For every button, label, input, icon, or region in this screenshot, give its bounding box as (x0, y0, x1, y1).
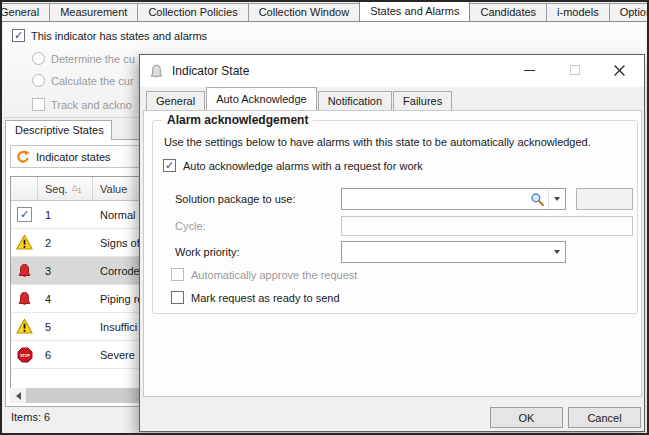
auto-approve-checkbox[interactable] (171, 268, 184, 281)
state-warning-icon (16, 234, 33, 251)
cycle-field[interactable] (341, 216, 633, 236)
main-tab-bar: General Measurement Collection Policies … (0, 2, 647, 22)
auto-acknowledge-checkbox[interactable]: ✓ (163, 159, 176, 172)
seq-column-header[interactable]: Seq. △1 (38, 177, 93, 200)
indicator-state-dialog: Indicator State General Auto Acknowledge… (139, 54, 645, 432)
seq-cell: 6 (38, 341, 93, 368)
indicator-state-icon (149, 64, 164, 79)
state-alarm-bell-icon (17, 263, 32, 279)
work-priority-label: Work priority: (175, 246, 240, 258)
solution-package-label: Solution package to use: (175, 193, 295, 205)
state-warning-icon (16, 318, 33, 335)
items-count: Items: 6 (11, 411, 50, 423)
mark-ready-label: Mark request as ready to send (191, 292, 340, 304)
seq-cell: 5 (38, 313, 93, 340)
cancel-button[interactable]: Cancel (568, 407, 641, 428)
calculate-current-label: Calculate the cur (51, 75, 134, 87)
main-tab-general[interactable]: General (0, 3, 50, 21)
main-tab-options[interactable]: Options (609, 3, 649, 21)
icon-column-header[interactable] (11, 177, 38, 200)
track-acknowledge-checkbox[interactable] (32, 98, 45, 111)
state-stop-icon: STOP (17, 347, 33, 363)
seq-cell: 2 (38, 229, 93, 256)
dialog-title-bar[interactable]: Indicator State (140, 55, 644, 87)
main-tab-collection-window[interactable]: Collection Window (248, 3, 360, 21)
main-tab-candidates[interactable]: Candidates (469, 3, 547, 21)
solution-package-dropdown-button[interactable] (548, 189, 565, 209)
sort-ascending-icon: △1 (72, 183, 82, 194)
refresh-icon (16, 150, 30, 164)
auto-approve-label: Automatically approve the request (191, 269, 357, 281)
main-tab-collection-policies[interactable]: Collection Policies (137, 3, 248, 21)
seq-cell: 4 (38, 285, 93, 312)
determine-current-label: Determine the cu (51, 53, 135, 65)
has-states-checkbox[interactable]: ✓ (12, 29, 25, 42)
app-window: General Measurement Collection Policies … (0, 0, 649, 435)
work-priority-dropdown-button[interactable] (548, 242, 565, 262)
auto-acknowledge-label: Auto acknowledge alarms with a request f… (183, 160, 423, 172)
alarm-acknowledgement-group: Alarm acknowledgement Use the settings b… (152, 120, 638, 314)
maximize-icon (570, 65, 580, 75)
svg-text:STOP: STOP (20, 353, 30, 357)
minimize-icon (524, 70, 535, 71)
search-icon (530, 192, 545, 207)
close-button[interactable] (597, 55, 642, 85)
chevron-down-icon (554, 250, 560, 254)
close-icon (614, 65, 625, 76)
calculate-current-radio[interactable] (32, 74, 45, 87)
dialog-tab-notification[interactable]: Notification (318, 91, 392, 110)
dialog-tab-general[interactable]: General (146, 91, 205, 110)
scroll-left-arrow-icon[interactable] (10, 388, 26, 403)
mark-ready-checkbox[interactable] (171, 291, 184, 304)
tab-descriptive-states[interactable]: Descriptive States (5, 120, 112, 140)
indicator-states-label: Indicator states (36, 151, 111, 163)
group-description: Use the settings below to have alarms wi… (164, 136, 591, 148)
main-tab-i-models[interactable]: i-models (546, 3, 610, 21)
seq-cell: 3 (38, 257, 93, 284)
auto-acknowledge-tab-page: Alarm acknowledgement Use the settings b… (143, 110, 642, 397)
ok-button[interactable]: OK (490, 407, 563, 428)
track-acknowledge-label: Track and ackno (51, 99, 132, 111)
seq-header-label: Seq. (45, 183, 68, 195)
state-alarm-bell-icon (17, 291, 32, 307)
dialog-title: Indicator State (172, 64, 249, 78)
dialog-tab-auto-acknowledge[interactable]: Auto Acknowledge (206, 87, 317, 110)
main-tab-states-and-alarms[interactable]: States and Alarms (359, 0, 470, 21)
determine-current-radio[interactable] (32, 52, 45, 65)
solution-package-combo[interactable] (341, 188, 566, 210)
main-tab-measurement[interactable]: Measurement (49, 3, 138, 21)
dialog-tab-failures[interactable]: Failures (393, 91, 452, 110)
chevron-down-icon (554, 197, 560, 201)
state-normal-check-icon: ✓ (17, 207, 32, 222)
cycle-label: Cycle: (175, 220, 206, 232)
solution-package-side-button[interactable] (576, 188, 633, 210)
seq-cell: 1 (38, 201, 93, 228)
has-states-label: This indicator has states and alarms (31, 30, 207, 42)
group-title: Alarm acknowledgement (162, 113, 313, 127)
window-controls (507, 55, 642, 87)
minimize-button[interactable] (507, 55, 552, 85)
dialog-tab-bar: General Auto Acknowledge Notification Fa… (146, 87, 644, 110)
maximize-button[interactable] (552, 55, 597, 85)
work-priority-combo[interactable] (341, 241, 566, 263)
value-header-label: Value (100, 183, 127, 195)
